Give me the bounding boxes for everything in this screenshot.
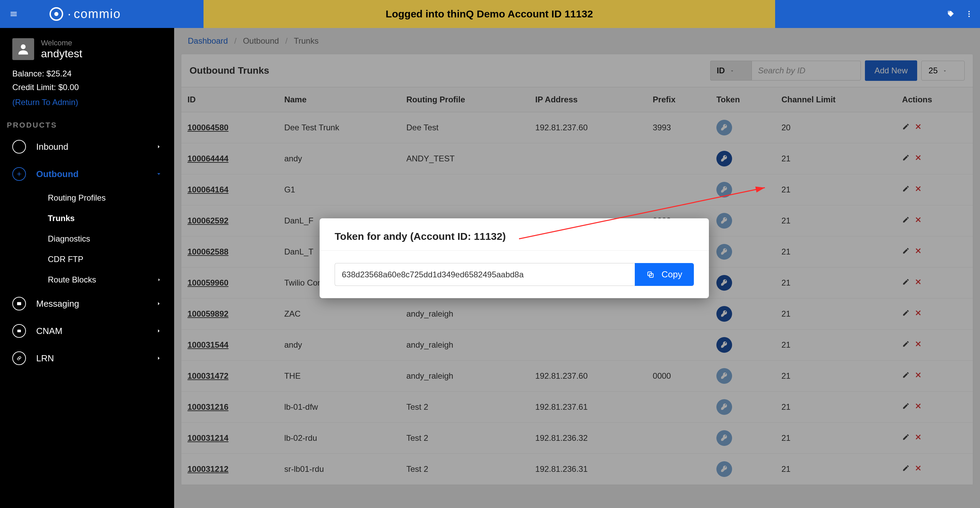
- chevron-right-icon: [156, 326, 162, 337]
- sidebar-item-label: Route Blocks: [48, 275, 96, 284]
- svg-point-5: [21, 44, 25, 49]
- svg-point-3: [968, 13, 970, 15]
- sidebar-item-label: CNAM: [36, 326, 62, 337]
- sidebar-sub-trunks[interactable]: Trunks: [0, 208, 174, 229]
- user-block: Welcome andytest: [0, 38, 174, 67]
- outbound-icon: [12, 167, 26, 181]
- sidebar: Welcome andytest Balance: $25.24 Credit …: [0, 28, 174, 508]
- user-icon: [16, 42, 30, 56]
- sidebar-item-label: Outbound: [36, 169, 78, 179]
- svg-point-6: [18, 173, 20, 175]
- balance: Balance: $25.24: [0, 67, 174, 81]
- sidebar-item-lrn[interactable]: LRN: [0, 344, 174, 372]
- sidebar-item-label: LRN: [36, 353, 54, 364]
- credit-limit: Credit Limit: $0.00: [0, 81, 174, 94]
- sidebar-sub-diagnostics[interactable]: Diagnostics: [0, 229, 174, 249]
- svg-point-2: [968, 11, 970, 12]
- avatar: [12, 38, 34, 60]
- products-section-label: PRODUCTS: [0, 117, 174, 133]
- copy-button[interactable]: Copy: [635, 263, 694, 286]
- welcome-label: Welcome: [41, 38, 82, 48]
- tag-icon[interactable]: [947, 10, 955, 18]
- token-modal: Token for andy (Account ID: 11132) Copy: [320, 218, 709, 298]
- messaging-icon: [12, 297, 26, 310]
- hamburger-icon: [10, 10, 18, 18]
- token-value-input[interactable]: [335, 263, 635, 286]
- topbar: · commio Logged into thinQ Demo Account …: [0, 0, 980, 28]
- svg-rect-8: [18, 330, 21, 332]
- logo-text: commio: [74, 7, 121, 21]
- username: andytest: [41, 48, 82, 60]
- chevron-right-icon: [156, 275, 162, 284]
- chevron-right-icon: [156, 353, 162, 364]
- sidebar-sub-route-blocks[interactable]: Route Blocks: [0, 270, 174, 290]
- chevron-down-icon: [156, 169, 162, 179]
- sidebar-sub-routing-profiles[interactable]: Routing Profiles: [0, 187, 174, 208]
- svg-point-4: [968, 16, 970, 17]
- sidebar-item-outbound[interactable]: Outbound: [0, 160, 174, 187]
- copy-label: Copy: [662, 269, 682, 280]
- svg-point-1: [54, 12, 58, 16]
- sidebar-item-label: Messaging: [36, 298, 79, 309]
- inbound-icon: [12, 140, 26, 154]
- top-actions: [947, 10, 973, 18]
- sidebar-item-cnam[interactable]: CNAM: [0, 317, 174, 344]
- modal-title: Token for andy (Account ID: 11132): [320, 218, 709, 251]
- sidebar-item-label: Inbound: [36, 141, 68, 152]
- logo: · commio: [48, 5, 121, 22]
- logo-mark-icon: [48, 5, 65, 22]
- sidebar-item-inbound[interactable]: Inbound: [0, 133, 174, 160]
- chevron-right-icon: [156, 298, 162, 309]
- more-vert-icon[interactable]: [965, 10, 973, 18]
- copy-icon: [646, 271, 655, 279]
- sidebar-sub-cdr-ftp[interactable]: CDR FTP: [0, 249, 174, 270]
- login-banner: Logged into thinQ Demo Account ID 11132: [204, 0, 775, 28]
- sidebar-item-messaging[interactable]: Messaging: [0, 290, 174, 317]
- return-to-admin-link[interactable]: (Return To Admin): [0, 94, 174, 117]
- svg-rect-7: [17, 302, 21, 305]
- lrn-icon: [12, 351, 26, 365]
- chevron-right-icon: [156, 141, 162, 152]
- cnam-icon: [12, 324, 26, 338]
- menu-toggle[interactable]: [7, 7, 21, 21]
